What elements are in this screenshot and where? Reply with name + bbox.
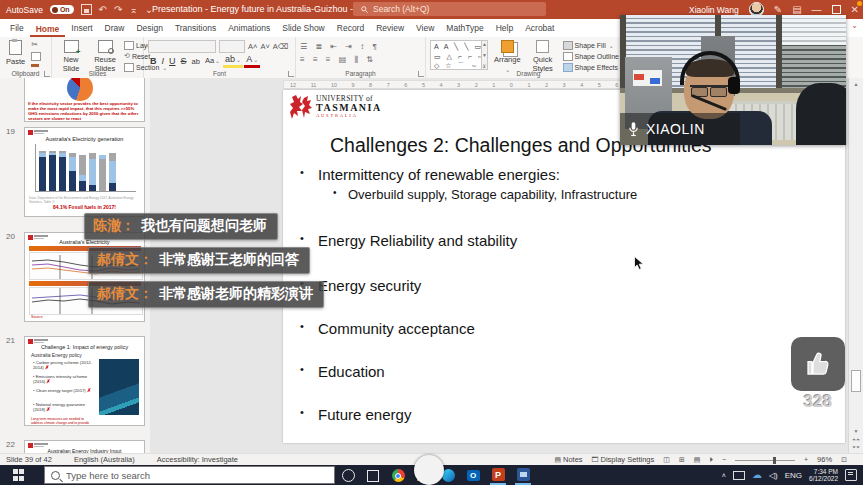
change-case-icon[interactable]: Aa bbox=[203, 54, 222, 68]
undo-icon[interactable]: ↶ bbox=[99, 0, 107, 19]
present-icon[interactable]: ⌅ bbox=[129, 0, 137, 19]
thumbnail-slide-22[interactable]: Australian Energy Industry Input bbox=[24, 440, 145, 453]
tab-transitions[interactable]: Transitions bbox=[169, 23, 222, 37]
arrange-icon bbox=[501, 40, 514, 53]
copy-icon[interactable] bbox=[31, 52, 41, 61]
tab-file[interactable]: File bbox=[4, 23, 30, 37]
italic-button[interactable]: I bbox=[160, 55, 167, 68]
slide-bullet[interactable]: •Community acceptance bbox=[318, 320, 475, 337]
participant-name: XIAOLIN bbox=[646, 121, 705, 137]
slides-group-label: Slides bbox=[52, 70, 143, 77]
shrink-font-icon[interactable]: A˅ bbox=[260, 42, 269, 51]
redo-icon[interactable]: ↷ bbox=[114, 0, 122, 19]
hidden-icons-chevron[interactable]: ˄ bbox=[722, 472, 726, 479]
clock[interactable]: 7:34 PM 6/12/2022 bbox=[809, 468, 838, 482]
character-spacing-icon[interactable]: ab bbox=[190, 55, 202, 68]
paragraph-row2-icons[interactable]: ≡ ≡ ≡ ▤ ⫼ ⇅ bbox=[300, 53, 421, 66]
thumbnail-slide-19[interactable]: Australia's Electricity generation Data:… bbox=[24, 127, 145, 217]
outlook-button[interactable]: O bbox=[465, 468, 481, 484]
shapes-gallery[interactable]: A A ╲ ╲ ▭ ◯ ▭ △ ⌐ ⌐ ⇨ ⇩ ◇ ☆ ⌒ ～ ( ) bbox=[430, 40, 482, 70]
font-size-box[interactable] bbox=[219, 40, 245, 53]
thumbnail-slide-21[interactable]: Challenge 1: Impact of energy policy Aus… bbox=[24, 336, 145, 426]
tab-help[interactable]: Help bbox=[490, 23, 519, 37]
cut-icon[interactable]: ✂ bbox=[31, 40, 41, 49]
action-center-icon[interactable] bbox=[845, 469, 857, 481]
volume-icon[interactable]: ◁) bbox=[769, 471, 778, 480]
cortana-button[interactable] bbox=[340, 468, 356, 484]
font-color-icon[interactable]: A bbox=[244, 54, 260, 68]
meeting-app-button[interactable] bbox=[515, 467, 531, 485]
format-painter-icon[interactable] bbox=[31, 64, 39, 67]
onedrive-icon[interactable]: ☁ bbox=[752, 470, 762, 480]
thumbnail-slide-20[interactable]: Australia's Electricity bbox=[24, 232, 145, 322]
zoom-slider[interactable] bbox=[735, 460, 795, 461]
restore-button[interactable] bbox=[832, 5, 841, 14]
webcam-video-overlay[interactable]: XIAOLIN bbox=[620, 15, 846, 145]
slide-bullet[interactable]: •Energy security bbox=[318, 277, 421, 294]
underline-button[interactable]: U bbox=[167, 55, 178, 68]
scroll-up-icon[interactable]: ▲ bbox=[849, 78, 863, 90]
tab-home[interactable]: Home bbox=[30, 24, 66, 38]
font-dialog-launcher-icon[interactable] bbox=[288, 71, 294, 77]
start-button[interactable] bbox=[13, 469, 25, 481]
tab-mathtype[interactable]: MathType bbox=[440, 23, 489, 37]
network-icon[interactable] bbox=[733, 471, 745, 480]
report-cover-image bbox=[99, 359, 139, 415]
tab-view[interactable]: View bbox=[410, 23, 440, 37]
thumbs-up-reaction[interactable] bbox=[791, 337, 845, 391]
chrome-button[interactable] bbox=[390, 468, 406, 484]
chat-message-text: 我也有问题想问老师 bbox=[141, 217, 267, 233]
thumbnail-partial-slide[interactable]: If the electricity sector provides the b… bbox=[24, 78, 145, 122]
tab-record[interactable]: Record bbox=[331, 23, 370, 37]
shapes-gallery-scroll[interactable]: ▲▼⊻ bbox=[482, 40, 488, 70]
tab-review[interactable]: Review bbox=[370, 23, 410, 37]
tab-slide-show[interactable]: Slide Show bbox=[276, 23, 331, 37]
highlight-color-icon[interactable]: ab bbox=[223, 54, 243, 68]
thumbnail-21-bullet: • Emissions intensity scheme (2016) ✗ bbox=[33, 374, 95, 384]
scroll-down-icon[interactable]: ▼ bbox=[849, 427, 863, 435]
autosave-toggle[interactable]: On bbox=[50, 5, 74, 14]
previous-slide-icon[interactable]: ⏶⏶ bbox=[849, 435, 863, 443]
meeting-control-circle[interactable] bbox=[414, 455, 444, 485]
taskbar-search[interactable]: Type here to search bbox=[44, 466, 335, 484]
powerpoint-button[interactable]: P bbox=[490, 467, 506, 485]
paragraph-dialog-launcher-icon[interactable] bbox=[418, 71, 424, 77]
slide-bullet[interactable]: •Intermittency of renewable energies: bbox=[318, 166, 560, 183]
shape-fill-button[interactable]: Shape Fill bbox=[563, 40, 627, 50]
clipboard-dialog-launcher-icon[interactable] bbox=[44, 71, 50, 77]
paragraph-row1-icons[interactable]: ☰ ≣ ⇤ ⇥ ↕ ¶ bbox=[300, 40, 421, 53]
font-name-box[interactable] bbox=[148, 40, 216, 53]
ribbon-options-chevron-icon[interactable]: ⌄ bbox=[851, 21, 858, 30]
slide-bullet[interactable]: •Energy Reliability and stability bbox=[318, 232, 517, 249]
tab-acrobat[interactable]: Acrobat bbox=[519, 23, 560, 37]
font-group-label: Font bbox=[144, 70, 295, 77]
new-slide-icon bbox=[64, 40, 79, 53]
slide-bullet[interactable]: •Education bbox=[318, 363, 385, 380]
tab-animations[interactable]: Animations bbox=[222, 23, 276, 37]
clear-formatting-icon[interactable]: A⌫ bbox=[273, 42, 289, 51]
next-slide-icon[interactable]: ⏷⏷ bbox=[849, 443, 863, 451]
bold-button[interactable]: B bbox=[148, 55, 159, 68]
thumbnail-21-bullet: • National energy guarantee (2018) ✗ bbox=[33, 402, 95, 412]
slide-bullet[interactable]: •Future energy bbox=[318, 406, 411, 423]
search-box[interactable]: Search (Alt+Q) bbox=[353, 2, 546, 16]
input-language[interactable]: ENG bbox=[785, 471, 802, 480]
tab-design[interactable]: Design bbox=[130, 23, 168, 37]
chat-message: 郝倩文：非常感谢老师的精彩演讲 bbox=[88, 281, 324, 308]
slide-sub-bullet[interactable]: •Overbuild supply, Storage capability, I… bbox=[348, 187, 637, 202]
grow-font-icon[interactable]: A˄ bbox=[248, 42, 257, 51]
tab-draw[interactable]: Draw bbox=[99, 23, 131, 37]
strikethrough-button[interactable]: S bbox=[179, 55, 189, 68]
task-view-button[interactable] bbox=[365, 468, 381, 484]
zoom-slider-knob[interactable] bbox=[773, 457, 776, 464]
thumbnail-21-bullet: • Carbon pricing scheme (2012-2014) ✗ bbox=[33, 360, 95, 370]
shape-outline-button[interactable]: Shape Outline bbox=[563, 51, 627, 61]
tab-insert[interactable]: Insert bbox=[65, 23, 98, 37]
scrollbar-thumb[interactable] bbox=[851, 370, 861, 392]
vertical-scrollbar[interactable]: ▲ ▼ ⏶⏶ ⏷⏷ bbox=[848, 78, 863, 453]
thumbnail-source: Source: bbox=[28, 121, 142, 122]
account-name[interactable]: Xiaolin Wang bbox=[689, 5, 739, 15]
thumbs-up-icon bbox=[803, 349, 833, 379]
save-icon[interactable] bbox=[81, 4, 92, 15]
powerpoint-window: AutoSave On ↶ ↷ ⌅ ⌄ Presentation - Energ… bbox=[0, 0, 863, 485]
